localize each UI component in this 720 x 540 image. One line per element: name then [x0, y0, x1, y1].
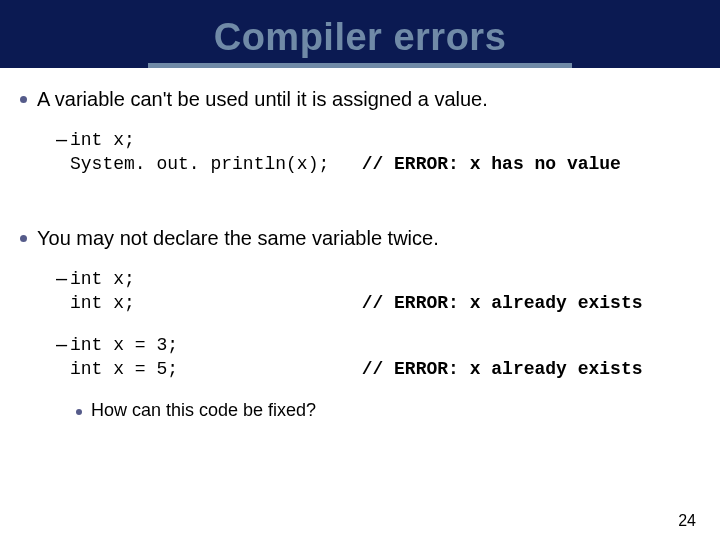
- bullet-unassigned-variable: A variable can't be used until it is ass…: [20, 86, 700, 112]
- code-example-a: – int x; System. out. println(x); // ERR…: [56, 128, 700, 177]
- bullet-text: You may not declare the same variable tw…: [37, 225, 439, 251]
- sub-bullet-fix-question: How can this code be fixed?: [76, 400, 700, 421]
- bullet-dot-icon: [20, 235, 27, 242]
- code-example-b2: – int x = 3; int x = 5; // ERROR: x alre…: [56, 333, 700, 382]
- code-block: int x = 3; int x = 5; // ERROR: x alread…: [70, 333, 643, 382]
- slide-content: A variable can't be used until it is ass…: [0, 68, 720, 421]
- bullet-text: A variable can't be used until it is ass…: [37, 86, 488, 112]
- dash-icon: –: [56, 333, 66, 356]
- sub-bullet-text: How can this code be fixed?: [91, 400, 316, 421]
- bullet-duplicate-declaration: You may not declare the same variable tw…: [20, 225, 700, 251]
- code-line: int x;: [70, 267, 135, 291]
- page-number: 24: [678, 512, 696, 530]
- bullet-dot-icon: [20, 96, 27, 103]
- slide-title: Compiler errors: [214, 16, 507, 59]
- code-example-b1: – int x; int x; // ERROR: x already exis…: [56, 267, 700, 316]
- code-line: int x;: [70, 128, 135, 152]
- dash-icon: –: [56, 267, 66, 290]
- code-line: int x;: [70, 291, 362, 315]
- bullet-dot-icon: [76, 409, 82, 415]
- code-line: int x = 5;: [70, 357, 362, 381]
- code-block: int x; System. out. println(x); // ERROR…: [70, 128, 621, 177]
- dash-icon: –: [56, 128, 66, 151]
- code-line: System. out. println(x);: [70, 152, 362, 176]
- title-underline: [148, 63, 572, 68]
- code-comment: // ERROR: x already exists: [362, 357, 643, 381]
- code-comment: // ERROR: x has no value: [362, 152, 621, 176]
- code-comment: // ERROR: x already exists: [362, 291, 643, 315]
- code-line: int x = 3;: [70, 333, 178, 357]
- header-band: Compiler errors: [0, 0, 720, 68]
- code-block: int x; int x; // ERROR: x already exists: [70, 267, 643, 316]
